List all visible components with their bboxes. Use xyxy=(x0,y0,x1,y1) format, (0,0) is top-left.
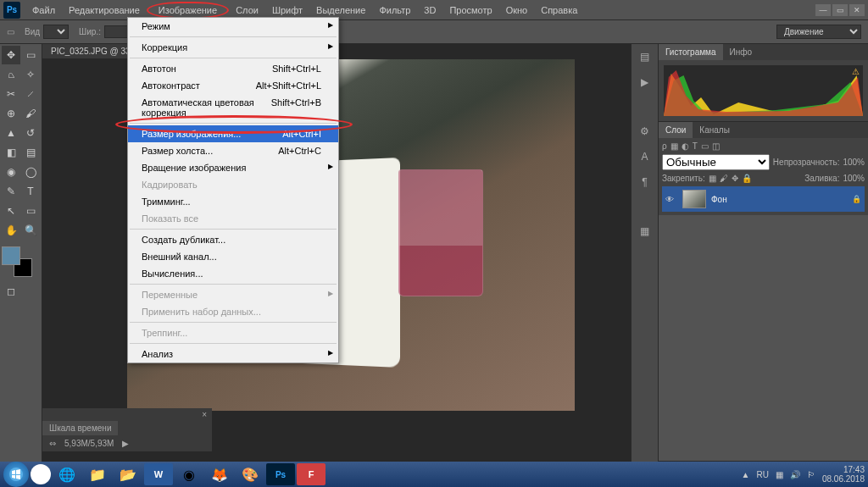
taskbar-app-word[interactable]: W xyxy=(144,463,173,485)
lock-paint-icon[interactable]: 🖌 xyxy=(720,174,728,183)
menu-view[interactable]: Просмотр xyxy=(442,2,498,19)
play-icon[interactable]: ▶ xyxy=(122,439,129,448)
menu-item[interactable]: Тримминг... xyxy=(128,193,338,210)
tray-volume-icon[interactable]: 🔊 xyxy=(790,470,800,479)
opacity-value[interactable]: 100% xyxy=(843,158,865,167)
taskbar-app-firefox[interactable]: 🦊 xyxy=(205,463,234,485)
filter-type-icon[interactable]: T xyxy=(693,141,698,151)
blend-mode-select[interactable]: Обычные xyxy=(662,154,770,170)
menu-item[interactable]: Размер изображения...Alt+Ctrl+I xyxy=(128,125,338,142)
eyedropper-tool[interactable]: ⟋ xyxy=(21,85,40,103)
menu-item[interactable]: АвтотонShift+Ctrl+L xyxy=(128,60,338,77)
zoom-tool[interactable]: 🔍 xyxy=(21,221,40,240)
move-tool[interactable]: ✥ xyxy=(2,46,20,64)
close-button[interactable]: ✕ xyxy=(849,4,865,16)
clock[interactable]: 17:43 08.06.2018 xyxy=(822,465,865,484)
histogram-tab[interactable]: Гистограмма xyxy=(659,44,723,60)
menu-item[interactable]: Внешний канал... xyxy=(128,248,338,265)
taskbar-app-folder[interactable]: 📂 xyxy=(114,463,142,485)
quickmask-toggle[interactable]: ◻ xyxy=(2,282,20,301)
fill-value[interactable]: 100% xyxy=(843,174,865,183)
menu-3d[interactable]: 3D xyxy=(417,2,442,19)
hand-tool[interactable]: ✋ xyxy=(2,221,20,240)
path-tool[interactable]: ↖ xyxy=(2,202,20,220)
menu-item[interactable]: Вращение изображения xyxy=(128,159,338,176)
minimize-button[interactable]: — xyxy=(815,4,831,16)
lang-indicator[interactable]: RU xyxy=(756,470,768,479)
filter-shape-icon[interactable]: ▭ xyxy=(701,141,709,151)
stamp-tool[interactable]: ▲ xyxy=(2,124,20,142)
system-tray[interactable]: ▲ RU ▦ 🔊 🏳 17:43 08.06.2018 xyxy=(742,465,865,484)
menu-select[interactable]: Выделение xyxy=(309,2,372,19)
menu-layers[interactable]: Слои xyxy=(229,2,265,19)
color-swatches[interactable] xyxy=(2,246,32,277)
lock-trans-icon[interactable]: ▦ xyxy=(709,174,716,183)
paragraph-panel-icon[interactable]: ¶ xyxy=(636,173,654,191)
taskbar-app-internet[interactable]: 🌐 xyxy=(53,463,81,485)
marquee-tool[interactable]: ▭ xyxy=(21,46,40,64)
history-brush-tool[interactable]: ↺ xyxy=(21,124,40,142)
taskbar-app-chrome[interactable]: ◉ xyxy=(175,463,203,485)
layers-tab[interactable]: Слои xyxy=(659,122,693,138)
visibility-icon[interactable]: 👁 xyxy=(665,195,677,204)
channels-tab[interactable]: Каналы xyxy=(693,122,737,138)
taskbar-app-yandex[interactable] xyxy=(31,464,51,484)
shape-tool[interactable]: ▭ xyxy=(21,202,40,220)
timeline-tab[interactable]: Шкала времени xyxy=(42,421,118,435)
actions-panel-icon[interactable]: ▶ xyxy=(636,73,654,91)
start-button[interactable] xyxy=(3,462,29,487)
menu-edit[interactable]: Редактирование xyxy=(62,2,147,19)
tray-flag-icon[interactable]: ▲ xyxy=(742,470,750,479)
lock-all-icon[interactable]: 🔒 xyxy=(742,174,752,183)
menu-item[interactable]: Создать дубликат... xyxy=(128,231,338,248)
crop-icon[interactable]: ▭ xyxy=(7,27,14,36)
filter-kind-icon[interactable]: ρ xyxy=(662,141,667,151)
menu-item[interactable]: АвтоконтрастAlt+Shift+Ctrl+L xyxy=(128,77,338,94)
timeline-panel[interactable]: × Шкала времени ⇔ 5,93M/5,93M ▶ xyxy=(42,408,212,451)
menu-file[interactable]: Файл xyxy=(25,2,62,19)
menu-item[interactable]: Автоматическая цветовая коррекцияShift+C… xyxy=(128,94,338,121)
filter-pixel-icon[interactable]: ▦ xyxy=(670,141,678,151)
layer-thumbnail[interactable] xyxy=(682,190,706,208)
menu-window[interactable]: Окно xyxy=(499,2,535,19)
taskbar-app-fastone[interactable]: F xyxy=(297,463,326,485)
history-panel-icon[interactable]: ▤ xyxy=(636,47,654,66)
menu-type[interactable]: Шрифт xyxy=(265,2,309,19)
workspace-select[interactable]: Движение xyxy=(776,25,861,39)
filter-adj-icon[interactable]: ◐ xyxy=(682,141,689,151)
taskbar-app-paint[interactable]: 🎨 xyxy=(236,463,264,485)
tray-action-icon[interactable]: 🏳 xyxy=(807,470,815,479)
properties-panel-icon[interactable]: ⚙ xyxy=(636,122,654,141)
close-icon[interactable]: × xyxy=(197,408,212,421)
info-tab[interactable]: Инфо xyxy=(723,44,760,60)
character-panel-icon[interactable]: A xyxy=(636,147,654,166)
timeline-drag-icon[interactable]: ⇔ xyxy=(49,439,56,448)
filter-smart-icon[interactable]: ◫ xyxy=(712,141,720,151)
menu-item[interactable]: Анализ xyxy=(128,346,338,362)
menu-item[interactable]: Коррекция xyxy=(128,39,338,56)
foreground-color[interactable] xyxy=(2,246,20,265)
eraser-tool[interactable]: ◧ xyxy=(2,143,20,162)
pen-tool[interactable]: ✎ xyxy=(2,182,20,201)
magic-wand-tool[interactable]: ✧ xyxy=(21,65,40,84)
menu-item[interactable]: Режим xyxy=(128,18,338,35)
type-tool[interactable]: T xyxy=(21,182,40,201)
swatches-panel-icon[interactable]: ▦ xyxy=(636,222,654,241)
taskbar-app-explorer[interactable]: 📁 xyxy=(83,463,112,485)
menu-item[interactable]: Вычисления... xyxy=(128,265,338,282)
lock-pos-icon[interactable]: ✥ xyxy=(732,174,738,183)
menu-help[interactable]: Справка xyxy=(534,2,584,19)
tray-network-icon[interactable]: ▦ xyxy=(776,470,783,479)
brush-tool[interactable]: 🖌 xyxy=(21,104,40,123)
taskbar-app-photoshop[interactable]: Ps xyxy=(266,463,295,485)
blur-tool[interactable]: ◉ xyxy=(2,163,20,181)
view-select[interactable] xyxy=(43,25,69,39)
menu-filter[interactable]: Фильтр xyxy=(372,2,417,19)
lasso-tool[interactable]: ⏢ xyxy=(2,65,20,84)
heal-tool[interactable]: ⊕ xyxy=(2,104,20,123)
maximize-button[interactable]: ▭ xyxy=(832,4,848,16)
menu-item[interactable]: Размер холста...Alt+Ctrl+C xyxy=(128,142,338,159)
menu-image[interactable]: Изображение xyxy=(147,2,229,19)
crop-tool[interactable]: ✂ xyxy=(2,85,20,103)
layer-name[interactable]: Фон xyxy=(711,195,727,204)
